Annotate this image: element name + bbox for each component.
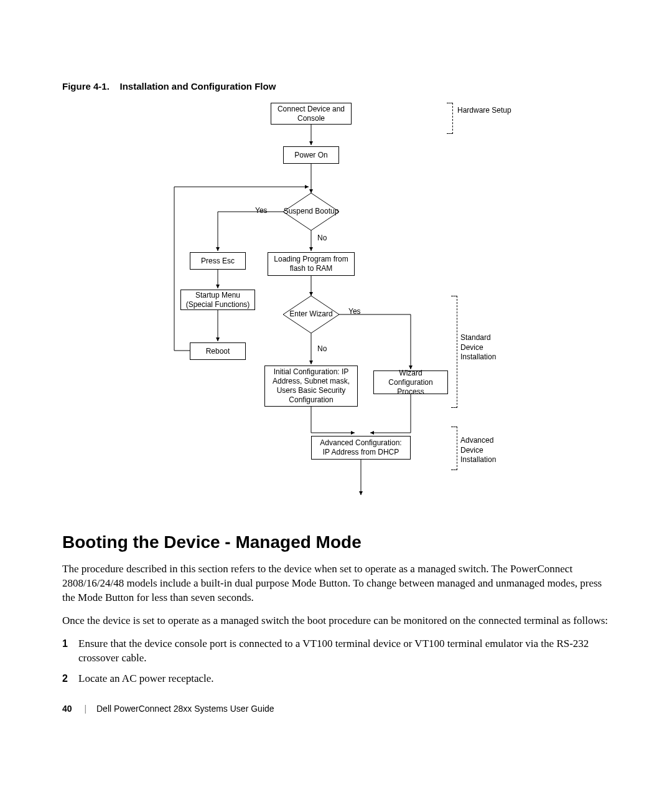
footer-separator: | — [84, 704, 86, 714]
node-text: Advanced Configuration: IP Address from … — [315, 438, 406, 457]
node-text: Connect Device and Console — [275, 105, 347, 123]
node-text: Reboot — [206, 347, 230, 356]
node-text: Enter Wizard — [289, 310, 332, 318]
step-item: Ensure that the device console port is c… — [78, 637, 616, 666]
node-text: Power On — [294, 151, 327, 160]
node-press-esc: Press Esc — [190, 252, 246, 270]
bracket-label-hardware: Hardware Setup — [457, 106, 511, 116]
node-advanced-config: Advanced Configuration: IP Address from … — [311, 436, 411, 460]
label-yes: Yes — [255, 206, 268, 215]
bracket-label-advanced: Advanced Device Installation — [460, 436, 510, 465]
figure-caption: Figure 4-1. Installation and Configurati… — [62, 81, 616, 92]
node-text: Wizard Configuration Process — [378, 369, 444, 397]
node-reboot: Reboot — [190, 342, 246, 360]
label-yes-wizard: Yes — [348, 307, 361, 316]
bracket-standard — [451, 296, 457, 408]
node-power-on: Power On — [283, 146, 339, 164]
decision-enter-wizard: Enter Wizard — [283, 296, 339, 333]
paragraph-lead: Once the device is set to operate as a m… — [62, 614, 616, 628]
figure-number: Figure 4-1. — [62, 81, 110, 92]
node-wizard-process: Wizard Configuration Process — [373, 370, 448, 394]
flowchart-diagram: Connect Device and Console Power On Susp… — [124, 97, 560, 507]
bracket-hardware — [447, 103, 453, 134]
node-text: Suspend Bootup — [284, 207, 339, 215]
node-text: Initial Configuration: IP Address, Subne… — [269, 367, 353, 405]
node-text: Press Esc — [201, 257, 235, 266]
decision-suspend-bootup: Suspend Bootup — [283, 193, 339, 230]
node-connect-device: Connect Device and Console — [271, 103, 352, 125]
step-item: Locate an AC power receptacle. — [78, 672, 616, 686]
node-text: Loading Program from flash to RAM — [272, 255, 350, 273]
label-no-wizard: No — [317, 344, 327, 353]
section-heading: Booting the Device - Managed Mode — [62, 532, 616, 552]
node-startup-menu: Startup Menu (Special Functions) — [180, 290, 255, 310]
steps-list: Ensure that the device console port is c… — [62, 637, 616, 686]
paragraph-intro: The procedure described in this section … — [62, 562, 616, 605]
node-text: Startup Menu (Special Functions) — [185, 291, 251, 309]
figure-title: Installation and Configuration Flow — [120, 81, 276, 92]
guide-title: Dell PowerConnect 28xx Systems User Guid… — [96, 704, 274, 714]
label-no: No — [317, 234, 327, 242]
node-loading-program: Loading Program from flash to RAM — [268, 252, 355, 276]
page-number: 40 — [62, 704, 72, 714]
bracket-advanced — [451, 427, 457, 470]
node-initial-config: Initial Configuration: IP Address, Subne… — [264, 366, 358, 407]
page-footer: 40 | Dell PowerConnect 28xx Systems User… — [62, 704, 274, 714]
bracket-label-standard: Standard Device Installation — [460, 333, 510, 362]
